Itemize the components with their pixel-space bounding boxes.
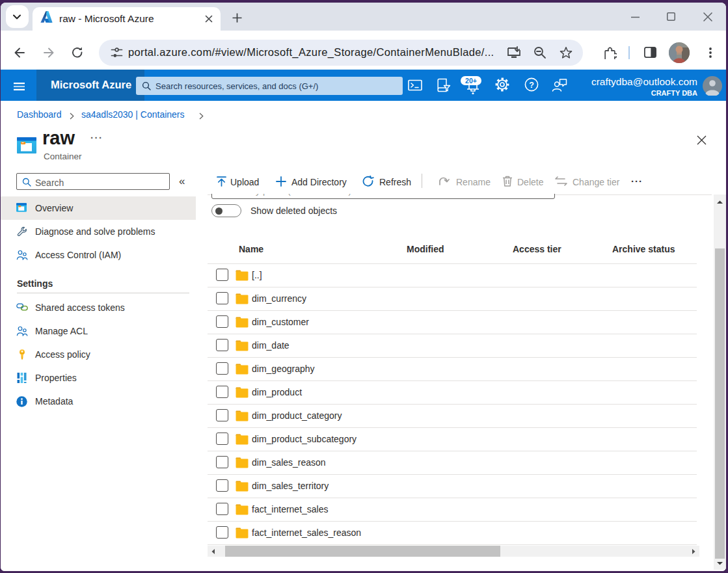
svg-text:?: ? (529, 81, 534, 90)
